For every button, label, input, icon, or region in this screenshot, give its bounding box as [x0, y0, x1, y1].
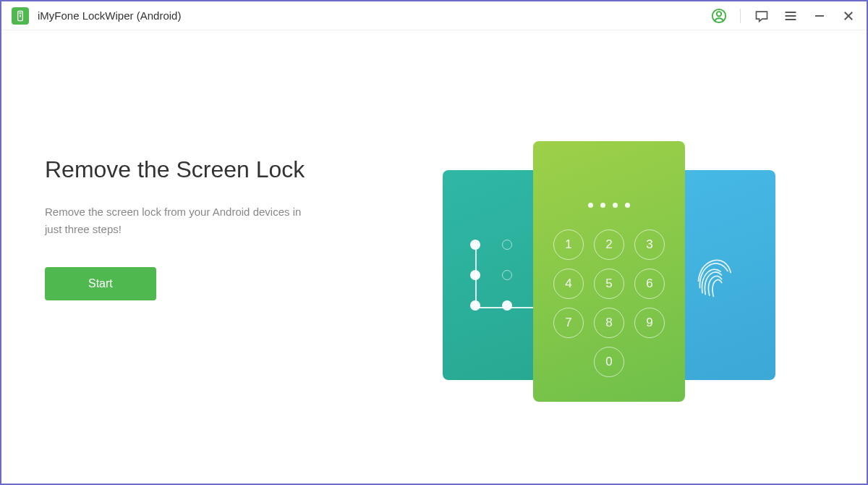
left-panel: Remove the Screen Lock Remove the screen…	[45, 156, 395, 358]
pin-lock-card: 1 2 3 4 5 6 7 8 9 0	[533, 141, 685, 402]
pin-dot	[588, 203, 593, 208]
main-content: Remove the Screen Lock Remove the screen…	[1, 30, 867, 484]
fingerprint-icon	[687, 250, 738, 300]
pin-dots	[588, 203, 630, 208]
keypad-key: 4	[553, 269, 584, 299]
keypad-key: 2	[594, 229, 624, 260]
close-icon[interactable]	[841, 8, 856, 24]
pin-dot	[625, 203, 630, 208]
pin-dot	[600, 203, 605, 208]
keypad-key: 3	[634, 229, 665, 260]
menu-icon[interactable]	[783, 8, 799, 24]
keypad-key: 1	[553, 229, 584, 260]
pattern-dot	[502, 270, 512, 280]
pin-dot	[613, 203, 618, 208]
keypad-key: 6	[634, 269, 665, 299]
keypad-key: 8	[594, 308, 624, 338]
keypad-key: 5	[594, 269, 624, 299]
cards-container: 1 2 3 4 5 6 7 8 9 0	[443, 141, 775, 402]
app-title: iMyFone LockWiper (Android)	[38, 9, 711, 22]
keypad: 1 2 3 4 5 6 7 8 9 0	[553, 229, 665, 377]
pattern-dot	[502, 240, 512, 250]
keypad-key: 0	[594, 347, 624, 377]
feedback-icon[interactable]	[754, 8, 770, 24]
titlebar: iMyFone LockWiper (Android)	[1, 1, 867, 30]
pattern-dot	[470, 300, 480, 311]
keypad-key: 7	[553, 308, 584, 338]
page-heading: Remove the Screen Lock	[45, 156, 366, 183]
start-button[interactable]: Start	[45, 267, 156, 300]
account-icon[interactable]	[711, 8, 727, 24]
svg-point-2	[717, 12, 721, 16]
page-description: Remove the screen lock from your Android…	[45, 203, 320, 238]
minimize-icon[interactable]	[812, 8, 827, 24]
illustration-panel: 1 2 3 4 5 6 7 8 9 0	[395, 30, 823, 484]
pattern-dot	[470, 240, 480, 250]
pattern-dot	[470, 270, 480, 280]
titlebar-divider	[740, 9, 741, 23]
keypad-key: 9	[634, 308, 665, 338]
pattern-dot	[502, 300, 512, 311]
titlebar-controls	[711, 8, 856, 24]
app-logo	[12, 7, 29, 25]
